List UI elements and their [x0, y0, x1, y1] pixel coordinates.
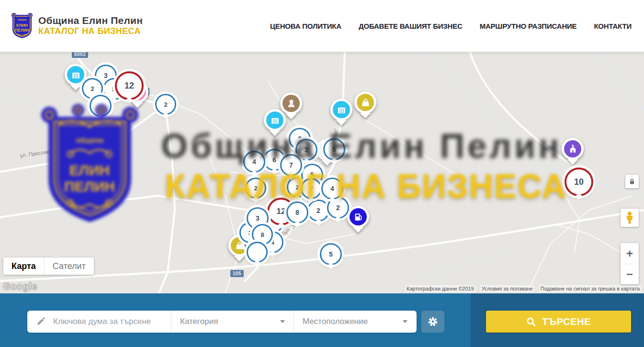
worker-icon	[286, 99, 296, 109]
nav-schedule[interactable]: МАРШРУТНО РАЗПИСАНИЕ	[480, 22, 577, 30]
bag-icon	[235, 241, 245, 251]
chevron-down-icon	[280, 320, 285, 323]
map-attribution: Картографски данни ©2019 Условия за полз…	[405, 285, 641, 292]
chevron-down-icon	[403, 320, 407, 323]
advanced-settings-button[interactable]	[421, 311, 444, 333]
google-logo[interactable]: Google	[3, 281, 37, 292]
municipality-logo-icon: община ЕЛИН ПЕЛИН	[11, 12, 34, 40]
keyword-input[interactable]	[52, 316, 162, 327]
svg-text:ПЕЛИН: ПЕЛИН	[15, 28, 29, 33]
location-select[interactable]: Местоположение	[294, 311, 416, 333]
nav-add-business[interactable]: ДОБАВЕТЕ ВАШИЯТ БИЗНЕС	[359, 22, 463, 30]
search-fields: Категория Местоположение	[27, 311, 417, 333]
cluster-marker[interactable]: 4	[321, 178, 343, 200]
cluster-marker[interactable]: 7	[280, 154, 302, 176]
lock-control[interactable]	[625, 175, 639, 188]
attribution-terms-link[interactable]: Условия за ползване	[480, 285, 534, 292]
building-pin[interactable]	[330, 99, 352, 121]
nav-contacts[interactable]: КОНТАКТИ	[594, 22, 632, 30]
pencil-icon	[36, 317, 45, 326]
cluster-marker[interactable]: 2	[155, 94, 176, 115]
worker-pin[interactable]	[280, 92, 302, 114]
map-type-control: Карта Сателит	[3, 257, 94, 275]
fuel-icon	[353, 212, 363, 222]
brand[interactable]: община ЕЛИН ПЕЛИН Община Елин Пелин КАТА…	[11, 12, 143, 40]
attribution-copyright: Картографски данни ©2019	[405, 285, 475, 292]
cluster-marker[interactable]: 7	[301, 178, 322, 199]
svg-text:ЕЛИН: ЕЛИН	[16, 23, 28, 28]
search-button[interactable]: ТЪРСЕНЕ	[486, 311, 631, 333]
map-type-satellite-button[interactable]: Сателит	[44, 257, 94, 275]
search-bar: Категория Местоположение ТЪРСЕНЕ	[0, 293, 644, 347]
road-label: 105	[230, 270, 244, 277]
building-icon	[337, 105, 347, 115]
location-value: Местоположение	[303, 317, 368, 326]
cluster-marker[interactable]: 10	[565, 168, 593, 196]
nav-pricing[interactable]: ЦЕНОВА ПОЛИТИКА	[270, 22, 341, 30]
fuel-pin[interactable]	[347, 206, 369, 228]
cluster-marker[interactable]: 5	[320, 243, 342, 265]
category-value: Категория	[180, 317, 218, 326]
map-canvas[interactable]: 3212522356471352274812822333834510600261…	[0, 52, 644, 293]
category-select[interactable]: Категория	[171, 311, 294, 333]
building-icon	[71, 70, 81, 80]
building-pin[interactable]	[264, 109, 286, 131]
cluster-marker[interactable]	[90, 95, 112, 117]
attribution-report-link[interactable]: Подаване на сигнал за грешка в картата	[539, 285, 641, 292]
pegman-control[interactable]	[621, 209, 639, 227]
zoom-control: + −	[621, 243, 639, 284]
brand-title: Община Елин Пелин	[38, 15, 143, 26]
cluster-marker[interactable]: 5	[323, 138, 345, 160]
bag-icon	[361, 98, 371, 108]
brand-subtitle: КАТАЛОГ НА БИЗНЕСА	[38, 26, 143, 37]
pegman-icon	[624, 212, 635, 224]
header: община ЕЛИН ПЕЛИН Община Елин Пелин КАТА…	[0, 0, 644, 52]
cluster-marker[interactable]: 12	[115, 71, 144, 100]
church-pin[interactable]	[562, 138, 584, 160]
church-icon	[568, 144, 578, 154]
cluster-marker[interactable]	[247, 242, 268, 263]
lock-icon	[628, 178, 636, 185]
cluster-marker[interactable]: 2	[245, 178, 266, 199]
main-nav: ЦЕНОВА ПОЛИТИКА ДОБАВЕТЕ ВАШИЯТ БИЗНЕС М…	[270, 22, 632, 30]
cluster-marker[interactable]: 8	[286, 201, 308, 224]
search-button-label: ТЪРСЕНЕ	[542, 316, 591, 327]
bag-pin[interactable]	[354, 91, 376, 113]
svg-text:община: община	[17, 18, 26, 21]
map-type-map-button[interactable]: Карта	[3, 257, 44, 275]
building-icon	[270, 115, 280, 125]
zoom-out-button[interactable]: −	[621, 264, 639, 284]
zoom-in-button[interactable]: +	[621, 244, 639, 264]
search-icon	[526, 317, 536, 327]
keyword-field[interactable]	[27, 311, 171, 333]
cluster-marker[interactable]: 4	[243, 151, 265, 173]
road-label: 6002	[72, 52, 88, 58]
gear-icon	[427, 316, 439, 327]
